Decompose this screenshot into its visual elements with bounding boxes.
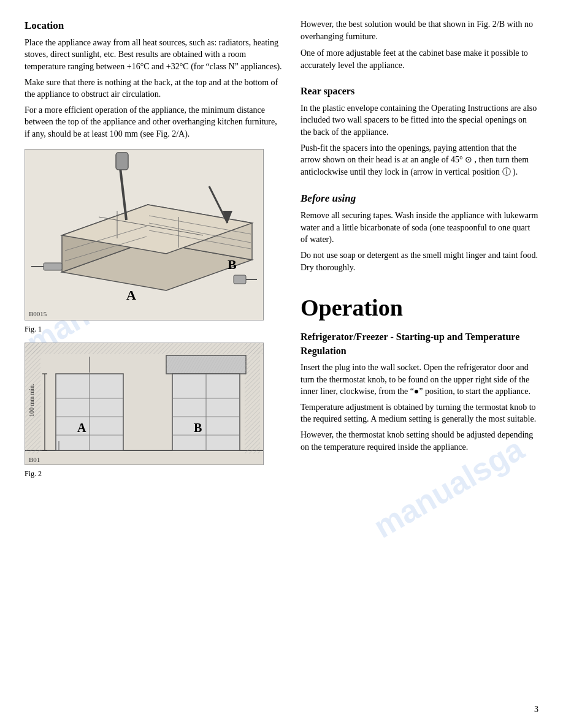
rear-spacers-para-2: Push-fit the spacers into the openings, …	[301, 142, 538, 178]
before-using-heading: Before using	[301, 191, 538, 206]
fig2-container: 100 mm min. A B B01	[25, 343, 264, 465]
fig2-label: Fig. 2	[25, 469, 282, 479]
location-para-2: Make sure that there is nothing at the b…	[25, 77, 282, 100]
operation-para-1: Insert the plug into the wall socket. Op…	[301, 362, 538, 398]
location-para-3: For a more efficient operation of the ap…	[25, 104, 282, 140]
svg-text:A: A	[77, 421, 86, 434]
page: manualsga manualsga Location Place the a…	[0, 0, 563, 728]
left-column: Location Place the appliance away from a…	[25, 18, 282, 488]
right-intro-1: However, the best solution would be that…	[301, 18, 538, 42]
rear-spacers-para-1: In the plastic envelope containing the O…	[301, 102, 538, 138]
svg-rect-42	[245, 343, 260, 453]
before-using-para-1: Remove all securing tapes. Wash inside t…	[301, 210, 538, 246]
operation-para-3: However, the thermostat knob setting sho…	[301, 429, 538, 453]
fig1-svg: A B B0015	[25, 150, 264, 320]
rear-spacers-heading: Rear spacers	[301, 85, 538, 98]
operation-heading: Operation	[301, 292, 538, 324]
svg-text:100 mm min.: 100 mm min.	[28, 384, 35, 417]
operation-para-2: Temperature adjustment is obtained by tu…	[301, 401, 538, 425]
fig1-label: Fig. 1	[25, 324, 282, 335]
svg-rect-36	[166, 355, 246, 374]
svg-rect-44	[25, 343, 264, 354]
right-intro-2: One of more adjustable feet at the cabin…	[301, 47, 538, 71]
svg-text:B: B	[194, 421, 202, 434]
operation-sub-heading: Refrigerator/Freezer - Starting-up and T…	[301, 330, 538, 358]
fig2-svg: 100 mm min. A B B01	[25, 343, 264, 465]
fig1-container: A B B0015	[25, 149, 264, 320]
right-column: However, the best solution would be that…	[301, 18, 538, 488]
svg-rect-16	[116, 153, 128, 170]
svg-text:A: A	[126, 287, 136, 303]
svg-rect-21	[234, 275, 246, 284]
page-number: 3	[534, 703, 538, 716]
svg-rect-19	[44, 263, 62, 270]
location-heading: Location	[25, 18, 282, 33]
before-using-para-2: Do not use soap or detergent as the smel…	[301, 249, 538, 273]
svg-text:B0015: B0015	[29, 310, 47, 317]
svg-text:B: B	[228, 257, 237, 272]
two-column-layout: Location Place the appliance away from a…	[25, 18, 538, 488]
location-para-1: Place the appliance away from all heat s…	[25, 37, 282, 73]
svg-text:B01: B01	[29, 456, 40, 463]
